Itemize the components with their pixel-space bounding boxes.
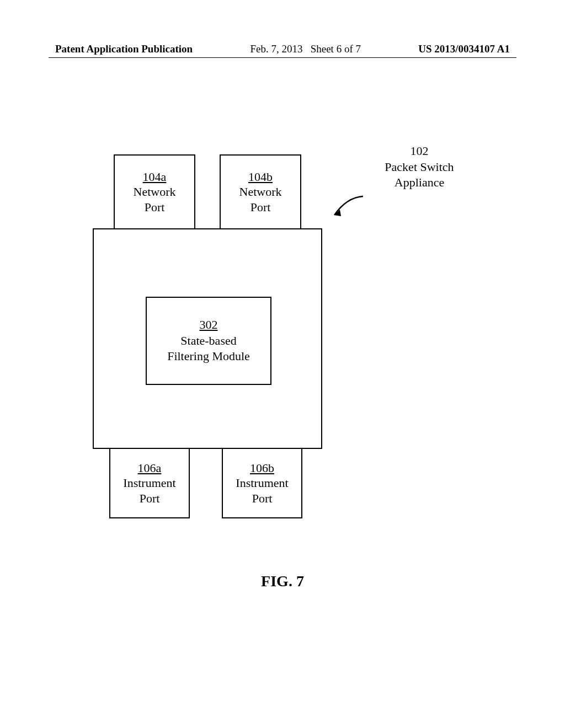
port-ref: 104a: [143, 169, 167, 185]
port-ref: 106b: [250, 461, 274, 476]
diagram: 104a Network Port 104b Network Port 302 …: [93, 154, 446, 518]
port-label-line: Port: [250, 200, 271, 215]
callout-line: Appliance: [364, 175, 475, 191]
header-pubnum: US 2013/0034107 A1: [418, 43, 510, 55]
port-label-line: Port: [252, 491, 273, 506]
network-port-104b: 104b Network Port: [220, 154, 301, 229]
module-label-line: Filtering Module: [167, 349, 250, 365]
port-label-line: Instrument: [123, 475, 175, 491]
callout-line: Packet Switch: [364, 159, 475, 175]
header-left: Patent Application Publication: [55, 43, 193, 55]
page-header: Patent Application Publication Feb. 7, 2…: [0, 43, 565, 55]
header-sheet: Sheet 6 of 7: [311, 43, 361, 55]
module-label-line: State-based: [180, 333, 236, 349]
figure-caption: FIG. 7: [0, 572, 565, 590]
filtering-module-302: 302 State-based Filtering Module: [146, 297, 271, 385]
header-mid: Feb. 7, 2013 Sheet 6 of 7: [250, 43, 361, 55]
header-date: Feb. 7, 2013: [250, 43, 302, 55]
header-rule: [49, 57, 516, 58]
network-port-104a: 104a Network Port: [114, 154, 195, 229]
port-label-line: Port: [145, 200, 165, 215]
module-ref: 302: [200, 317, 218, 333]
callout-102: 102 Packet Switch Appliance: [364, 143, 475, 191]
instrument-port-106a: 106a Instrument Port: [109, 448, 190, 518]
port-ref: 104b: [248, 169, 273, 185]
port-label-line: Network: [239, 184, 282, 200]
callout-ref: 102: [364, 143, 475, 159]
port-label-line: Port: [140, 491, 160, 506]
instrument-port-106b: 106b Instrument Port: [222, 448, 302, 518]
port-ref: 106a: [138, 461, 162, 476]
port-label-line: Instrument: [236, 475, 288, 491]
port-label-line: Network: [134, 184, 176, 200]
callout-arrow-icon: [330, 193, 369, 221]
